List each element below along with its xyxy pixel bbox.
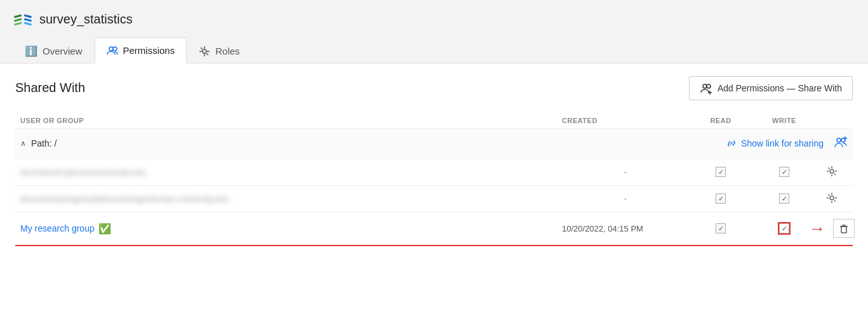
svg-point-15 [703, 84, 707, 88]
header-write: WRITE [752, 117, 816, 124]
tab-overview-label: Overview [43, 46, 83, 56]
svg-point-8 [203, 49, 206, 53]
created-cell: - [562, 167, 689, 177]
shared-with-title: Shared With [15, 81, 85, 95]
user-cell-research-group: My research group ✅ [20, 223, 562, 235]
svg-point-23 [830, 169, 834, 173]
svg-point-7 [113, 47, 117, 51]
read-cell: ✓ [689, 223, 752, 233]
app-header: survey_statistics [0, 0, 868, 29]
main-content: Shared With Add Permissions — Share With… [0, 63, 868, 321]
trash-icon [838, 223, 850, 234]
app-logo-icon [13, 9, 33, 29]
tabs-bar: ℹ️ Overview Permissions Roles [0, 37, 868, 63]
svg-point-19 [837, 138, 841, 142]
read-cell: ✓ [689, 167, 752, 177]
link-icon [726, 138, 737, 149]
svg-line-29 [834, 173, 836, 174]
write-cell: ✓ [752, 193, 816, 204]
svg-point-6 [109, 47, 113, 51]
add-permissions-icon [700, 82, 712, 95]
svg-rect-4 [24, 18, 32, 22]
tab-overview[interactable]: ℹ️ Overview [13, 38, 95, 63]
path-row: ∧ Path: / Show link for sharing [15, 129, 853, 159]
path-row-left: ∧ Path: / [20, 138, 726, 148]
show-link-button[interactable]: Show link for sharing [726, 138, 824, 149]
user-cell: blurredverylongemail@muchlongerdomain.un… [20, 194, 562, 204]
overview-icon: ℹ️ [25, 45, 37, 57]
path-row-right: Show link for sharing [726, 135, 848, 152]
created-cell: - [562, 193, 689, 204]
read-checkbox: ✓ [716, 193, 726, 204]
svg-rect-0 [14, 14, 22, 18]
action-cell [816, 166, 848, 179]
tab-roles[interactable]: Roles [187, 38, 251, 63]
svg-rect-3 [24, 14, 32, 18]
svg-point-30 [830, 196, 834, 200]
tab-permissions[interactable]: Permissions [95, 37, 187, 63]
tab-permissions-label: Permissions [123, 45, 175, 56]
write-cell: ✓ [752, 223, 816, 233]
svg-line-36 [834, 200, 836, 201]
write-checkbox-highlighted: ✓ [779, 223, 789, 233]
table-row: blurreduser1@someuniversity.edu - ✓ ✓ [15, 159, 853, 186]
table-row: My research group ✅ 10/20/2022, 04:15 PM… [15, 213, 853, 246]
svg-line-28 [828, 167, 829, 169]
read-checkbox: ✓ [716, 223, 726, 233]
permissions-table: USER OR GROUP CREATED READ WRITE ∧ Path:… [15, 113, 853, 246]
header-read: READ [689, 117, 752, 124]
app-title: survey_statistics [39, 12, 133, 27]
shared-with-header: Shared With Add Permissions — Share With [15, 76, 853, 100]
red-arrow-indicator: → [809, 219, 825, 239]
svg-point-20 [841, 138, 845, 142]
add-permissions-label: Add Permissions — Share With [718, 83, 842, 93]
verified-icon: ✅ [98, 223, 111, 235]
read-cell: ✓ [689, 193, 752, 204]
add-permissions-button[interactable]: Add Permissions — Share With [689, 76, 853, 100]
svg-rect-1 [14, 18, 22, 22]
research-group-name: My research group [20, 223, 95, 233]
roles-icon [199, 45, 210, 57]
header-user-group: USER OR GROUP [20, 117, 562, 124]
created-cell: 10/20/2022, 04:15 PM [562, 224, 689, 233]
svg-line-14 [206, 53, 208, 55]
svg-line-13 [201, 48, 203, 49]
user-cell: blurreduser1@someuniversity.edu [20, 167, 562, 177]
share-group-icon[interactable] [834, 135, 848, 152]
permissions-icon [107, 44, 118, 56]
header-actions [816, 117, 848, 124]
edit-permission-icon[interactable] [826, 166, 838, 179]
write-checkbox: ✓ [779, 167, 789, 177]
delete-button[interactable] [833, 219, 855, 238]
path-text: Path: / [31, 138, 57, 148]
action-cell: → [816, 219, 848, 239]
svg-rect-5 [24, 22, 32, 25]
read-checkbox: ✓ [716, 167, 726, 177]
svg-point-16 [707, 84, 711, 88]
show-link-label: Show link for sharing [741, 138, 824, 148]
edit-permission-icon[interactable] [826, 192, 838, 206]
svg-rect-37 [841, 226, 846, 233]
header-created: CREATED [562, 117, 689, 124]
write-checkbox: ✓ [779, 193, 789, 204]
chevron-up-icon[interactable]: ∧ [20, 139, 26, 148]
write-cell: ✓ [752, 167, 816, 177]
table-header: USER OR GROUP CREATED READ WRITE [15, 113, 853, 129]
tab-roles-label: Roles [215, 46, 239, 56]
svg-line-35 [828, 194, 829, 195]
action-cell [816, 192, 848, 206]
svg-rect-2 [14, 22, 22, 25]
table-row: blurredverylongemail@muchlongerdomain.un… [15, 186, 853, 213]
